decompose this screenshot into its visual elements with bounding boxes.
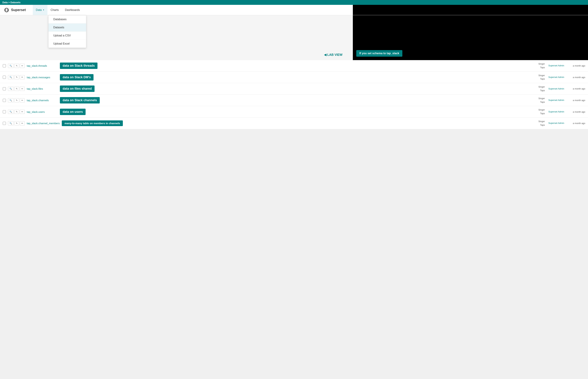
- superset-logo-icon: [3, 7, 10, 13]
- search-row-icon[interactable]: 🔍: [8, 110, 14, 114]
- row-annotation: many-to-many table on members in channel…: [62, 120, 529, 126]
- dropdown-item-datasets[interactable]: Datasets: [48, 23, 86, 32]
- table-row: 🔍 ✎ ✏ tap_slack.users data on users Sing…: [0, 106, 588, 118]
- lab-view-link[interactable]: ◀ LAB VIEW: [324, 53, 342, 57]
- edit-row-icon[interactable]: ✎: [14, 64, 19, 68]
- pencil-row-icon[interactable]: ✏: [20, 121, 25, 126]
- edit-row-icon[interactable]: ✎: [14, 87, 19, 91]
- row-source: Singer Taps: [531, 120, 545, 127]
- navbar: Superset Data ▼ Charts Dashboards: [0, 5, 588, 15]
- row-annotation: data on files shared: [60, 85, 529, 92]
- dropdown-item-upload-csv[interactable]: Upload a CSV: [48, 32, 86, 40]
- table-row: 🔍 ✎ ✏ tap_slack.messages data on Slack D…: [0, 72, 588, 83]
- pencil-row-icon[interactable]: ✏: [20, 98, 25, 102]
- row-owner[interactable]: Superset Admin: [547, 87, 564, 91]
- data-dropdown-menu: Databases Datasets Upload a CSV Upload E…: [48, 15, 86, 48]
- pencil-row-icon[interactable]: ✏: [20, 87, 25, 91]
- row-checkbox[interactable]: [3, 64, 6, 67]
- table-row: 🔍 ✎ ✏ tap_slack.files data on files shar…: [0, 83, 588, 95]
- row-source: Singer Taps: [531, 74, 545, 81]
- page-wrapper: Data > Datasets Superset Data ▼: [0, 0, 588, 129]
- logo-text: Superset: [11, 8, 26, 12]
- table-row: 🔍 ✎ ✏ tap_slack.threads data on Slack th…: [0, 60, 588, 72]
- dropdown-item-databases[interactable]: Databases: [48, 15, 86, 23]
- row-owner[interactable]: Superset Admin: [547, 110, 564, 114]
- dropdown-section: Databases Datasets Upload a CSV Upload E…: [0, 15, 353, 60]
- row-time: a month ago: [566, 76, 585, 79]
- pencil-row-icon[interactable]: ✏: [20, 110, 25, 114]
- row-source: Singer Taps: [531, 85, 545, 93]
- row-action-icons: 🔍 ✎ ✏: [8, 87, 25, 91]
- row-checkbox[interactable]: [3, 99, 6, 102]
- row-annotation: data on Slack threads: [60, 63, 529, 69]
- row-annotation: data on Slack DM's: [60, 74, 529, 80]
- nav-item-dashboards[interactable]: Dashboards: [62, 5, 83, 15]
- dropdown-arrow-icon: ▼: [43, 9, 44, 11]
- row-checkbox[interactable]: [3, 87, 6, 90]
- row-action-icons: 🔍 ✎ ✏: [8, 75, 25, 79]
- edit-row-icon[interactable]: ✎: [14, 75, 19, 79]
- edit-row-icon[interactable]: ✎: [14, 121, 19, 126]
- row-action-icons: 🔍 ✎ ✏: [8, 98, 25, 102]
- search-row-icon[interactable]: 🔍: [8, 87, 14, 91]
- nav-item-charts[interactable]: Charts: [47, 5, 62, 15]
- row-action-icons: 🔍 ✎ ✏: [8, 121, 25, 126]
- row-time: a month ago: [566, 122, 585, 125]
- dataset-name[interactable]: tap_slack.channel_members: [27, 122, 60, 125]
- row-checkbox[interactable]: [3, 110, 6, 113]
- row-time: a month ago: [566, 111, 585, 113]
- row-time: a month ago: [566, 87, 585, 90]
- row-action-icons: 🔍 ✎ ✏: [8, 110, 25, 114]
- row-owner[interactable]: Superset Admin: [547, 64, 564, 67]
- row-checkbox[interactable]: [3, 76, 6, 79]
- dataset-table: 🔍 ✎ ✏ tap_slack.threads data on Slack th…: [0, 60, 588, 129]
- row-annotation: data on users: [60, 109, 529, 115]
- row-owner[interactable]: Superset Admin: [547, 98, 564, 102]
- edit-row-icon[interactable]: ✎: [14, 98, 19, 102]
- navbar-right-black: [353, 5, 588, 15]
- schema-annotation: If you set schema to tap_slack: [356, 50, 402, 57]
- svg-point-0: [5, 10, 6, 10]
- row-annotation: data on Slack channels: [60, 97, 529, 103]
- row-owner[interactable]: Superset Admin: [547, 76, 564, 79]
- row-owner[interactable]: Superset Admin: [547, 121, 564, 125]
- dropdown-item-upload-excel[interactable]: Upload Excel: [48, 40, 86, 48]
- edit-row-icon[interactable]: ✎: [14, 110, 19, 114]
- logo[interactable]: Superset: [3, 7, 26, 13]
- search-row-icon[interactable]: 🔍: [8, 98, 14, 102]
- row-action-icons: 🔍 ✎ ✏: [8, 64, 25, 68]
- svg-point-1: [7, 10, 8, 10]
- row-source: Singer Taps: [531, 108, 545, 115]
- breadcrumb: Data > Datasets: [0, 0, 588, 5]
- search-row-icon[interactable]: 🔍: [8, 75, 14, 79]
- search-row-icon[interactable]: 🔍: [8, 64, 14, 68]
- dataset-name[interactable]: tap_slack.threads: [27, 64, 58, 67]
- dataset-name[interactable]: tap_slack.messages: [27, 76, 58, 79]
- nav-items: Data ▼ Charts Dashboards: [33, 5, 83, 15]
- row-source: Singer Taps: [531, 62, 545, 69]
- row-time: a month ago: [566, 64, 585, 67]
- dropdown-area: Databases Datasets Upload a CSV Upload E…: [0, 15, 588, 60]
- right-black-panel: If you set schema to tap_slack: [353, 15, 588, 60]
- dataset-name[interactable]: tap_slack.channels: [27, 99, 58, 102]
- row-time: a month ago: [566, 99, 585, 102]
- navbar-left: Superset Data ▼ Charts Dashboards: [0, 5, 353, 15]
- dataset-name[interactable]: tap_slack.files: [27, 87, 58, 90]
- search-row-icon[interactable]: 🔍: [8, 121, 14, 126]
- pencil-row-icon[interactable]: ✏: [20, 64, 25, 68]
- row-checkbox[interactable]: [3, 122, 6, 125]
- table-row: 🔍 ✎ ✏ tap_slack.channels data on Slack c…: [0, 95, 588, 106]
- table-row: 🔍 ✎ ✏ tap_slack.channel_members many-to-…: [0, 118, 588, 129]
- dataset-name[interactable]: tap_slack.users: [27, 111, 58, 113]
- nav-item-data[interactable]: Data ▼: [33, 5, 48, 15]
- row-source: Singer Taps: [531, 97, 545, 104]
- pencil-row-icon[interactable]: ✏: [20, 75, 25, 79]
